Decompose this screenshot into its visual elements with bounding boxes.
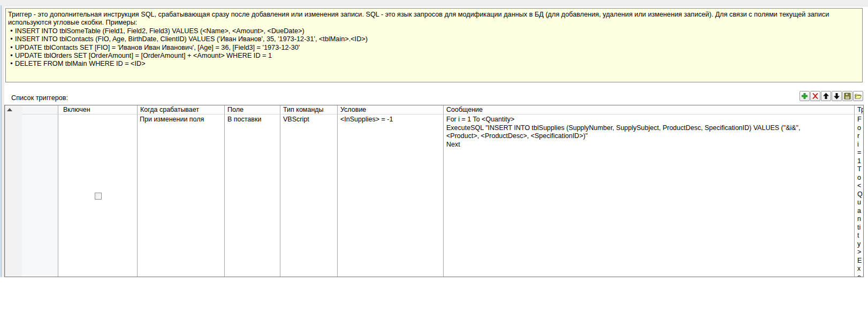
trigger-help-panel: Триггер - это дополнительная инструкция … bbox=[5, 8, 863, 82]
scroll-up-icon[interactable] bbox=[7, 108, 12, 111]
condition-text: <InSupplies> = -1 bbox=[340, 116, 393, 124]
column-header-command-type[interactable]: Тип команды bbox=[280, 105, 338, 114]
bullet-icon: • bbox=[8, 60, 15, 68]
bullet-icon: • bbox=[8, 27, 15, 35]
sql-example-line: •DELETE FROM tblMain WHERE ID = <ID> bbox=[8, 60, 859, 68]
sql-example-text: DELETE FROM tblMain WHERE ID = <ID> bbox=[15, 60, 146, 67]
column-header-trigger[interactable]: Триггер bbox=[855, 105, 863, 114]
bullet-icon: • bbox=[8, 35, 15, 43]
load-triggers-button[interactable] bbox=[853, 91, 863, 101]
sql-example-line: •UPDATE tblContacts SET [FIO] = 'Иванов … bbox=[8, 44, 859, 52]
column-header-when[interactable]: Когда срабатывает bbox=[138, 105, 225, 114]
bullet-icon: • bbox=[8, 52, 15, 60]
trigger-editor-window: Триггер - это дополнительная инструкция … bbox=[0, 0, 868, 321]
enabled-checkbox[interactable] bbox=[95, 193, 102, 200]
header-row-selector bbox=[22, 105, 58, 114]
trigger-toolbar bbox=[800, 91, 864, 102]
vertical-scrollbar[interactable] bbox=[5, 105, 22, 277]
window-left-frame bbox=[0, 5, 4, 277]
triggers-table: Включен Когда срабатывает Поле Тип коман… bbox=[4, 105, 864, 277]
move-down-button[interactable] bbox=[832, 91, 842, 101]
column-header-condition[interactable]: Условие bbox=[338, 105, 444, 114]
arrow-down-icon bbox=[833, 93, 840, 100]
field-cell[interactable]: В поставки bbox=[225, 114, 280, 277]
open-folder-icon bbox=[855, 93, 862, 100]
when-cell[interactable]: При изменении поля bbox=[138, 114, 225, 277]
sql-example-line: •INSERT INTO tblSomeTable (Field1, Field… bbox=[8, 27, 859, 35]
move-up-button[interactable] bbox=[821, 91, 831, 101]
sql-example-text: INSERT INTO tblSomeTable (Field1, Field2… bbox=[15, 27, 304, 35]
window-top-frame bbox=[0, 0, 868, 6]
column-header-enabled[interactable]: Включен bbox=[58, 105, 138, 114]
sql-example-line: •UPDATE tblOrders SET [OrderAmount] = [O… bbox=[8, 52, 859, 60]
x-icon bbox=[812, 93, 819, 100]
arrow-up-icon bbox=[823, 93, 829, 100]
condition-cell[interactable]: <InSupplies> = -1 bbox=[338, 114, 444, 277]
message-cell[interactable]: For i = 1 To <Quantity> ExecuteSQL "INSE… bbox=[444, 114, 855, 277]
column-header-field[interactable]: Поле bbox=[225, 105, 280, 114]
sql-example-text: INSERT INTO tblContacts (FIO, Age, Birth… bbox=[15, 35, 368, 43]
enabled-cell[interactable] bbox=[58, 114, 138, 277]
help-intro-text: Триггер - это дополнительная инструкция … bbox=[8, 11, 859, 27]
trigger-cell[interactable]: For i = 1 To <Quantity> ExecuteSQL "INSE… bbox=[855, 114, 863, 277]
add-trigger-button[interactable] bbox=[800, 91, 810, 101]
floppy-icon bbox=[844, 93, 851, 100]
command-type-cell[interactable]: VBScript bbox=[280, 114, 338, 277]
column-header-message[interactable]: Сообщение bbox=[444, 105, 855, 114]
save-triggers-button[interactable] bbox=[842, 91, 852, 101]
sql-example-text: UPDATE tblOrders SET [OrderAmount] = [Or… bbox=[15, 52, 272, 59]
delete-trigger-button[interactable] bbox=[810, 91, 820, 101]
row-selector-cell[interactable] bbox=[22, 114, 58, 277]
trigger-list-label: Список триггеров: bbox=[11, 94, 68, 102]
frame-divider-line bbox=[1, 5, 2, 277]
bullet-icon: • bbox=[8, 44, 15, 52]
sql-example-text: UPDATE tblContacts SET [FIO] = 'Иванов И… bbox=[15, 44, 300, 51]
plus-icon bbox=[801, 93, 808, 100]
sql-example-line: •INSERT INTO tblContacts (FIO, Age, Birt… bbox=[8, 35, 859, 43]
